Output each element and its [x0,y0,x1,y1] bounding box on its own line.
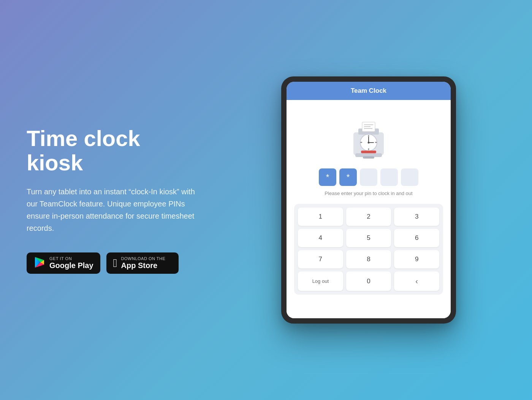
clock-illustration [344,111,393,161]
tablet-screen: Team Clock [287,82,451,318]
pin-slot-3 [360,168,377,186]
app-store-small-label: Download on the [121,256,166,261]
app-store-button[interactable]:  Download on the App Store [106,252,179,274]
google-play-text: GET IT ON Google Play [49,256,93,270]
key-4[interactable]: 4 [298,229,343,247]
store-buttons-container: GET IT ON Google Play  Download on the … [27,252,201,274]
page-description: Turn any tablet into an instant “clock-I… [27,186,201,234]
google-play-large-label: Google Play [49,261,93,270]
key-backspace[interactable]: ‹ [394,271,439,291]
svg-rect-20 [361,151,376,153]
apple-icon:  [113,257,117,270]
pin-slot-2: * [339,168,357,186]
svg-rect-14 [368,135,369,137]
tablet-mockup: Team Clock [281,76,456,324]
pin-slot-5 [401,168,418,186]
key-6[interactable]: 6 [394,229,439,247]
pin-slot-1: * [319,168,336,186]
google-play-small-label: GET IT ON [49,256,93,261]
pin-hint: Please enter your pin to clock in and ou… [325,190,412,196]
key-0[interactable]: 0 [346,271,391,291]
key-8[interactable]: 8 [346,250,391,268]
key-7[interactable]: 7 [298,250,343,268]
google-play-button[interactable]: GET IT ON Google Play [27,252,100,274]
svg-point-13 [368,142,370,144]
google-play-icon [33,256,46,270]
app-store-text: Download on the App Store [121,256,166,270]
app-store-large-label: App Store [121,261,166,270]
key-9[interactable]: 9 [394,250,439,268]
right-section: Team Clock [228,76,532,324]
keypad: 1 2 3 4 5 6 7 8 9 Log out 0 ‹ [294,204,443,295]
left-section: Time clock kiosk Turn any tablet into an… [0,103,228,297]
key-logout[interactable]: Log out [298,271,343,291]
page-title: Time clock kiosk [27,126,201,175]
app-body: * * Please enter your pin to clock in an… [287,100,451,318]
svg-rect-17 [360,142,362,143]
pin-slot-4 [380,168,398,186]
app-header: Team Clock [287,82,451,100]
key-1[interactable]: 1 [298,208,343,226]
svg-rect-19 [363,156,374,159]
tablet-notch [357,79,380,82]
pin-display: * * [319,168,418,186]
key-5[interactable]: 5 [346,229,391,247]
svg-rect-15 [368,148,369,150]
key-3[interactable]: 3 [394,208,439,226]
app-header-title: Team Clock [351,87,386,94]
key-2[interactable]: 2 [346,208,391,226]
svg-rect-16 [375,142,377,143]
